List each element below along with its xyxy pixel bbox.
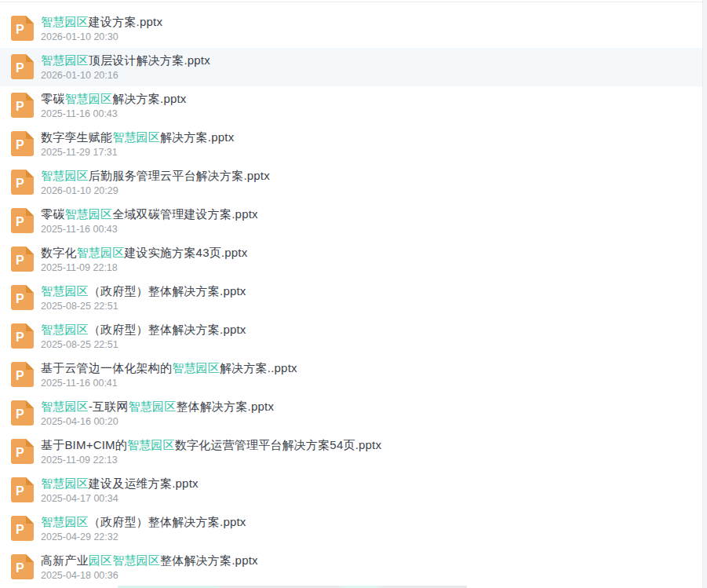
file-timestamp: 2025-04-17 00:34: [41, 492, 199, 505]
pptx-file-icon: P: [11, 16, 34, 41]
title-text: 整体解决方案.pptx: [176, 400, 274, 413]
title-keyword-highlight: 智慧园区: [77, 246, 125, 259]
file-list-item[interactable]: P 数字化智慧园区建设实施方案43页.pptx 2025-11-09 22:18: [0, 240, 702, 279]
pptx-icon-letter: P: [16, 523, 24, 536]
file-title[interactable]: 智慧园区（政府型）整体解决方案.pptx: [41, 514, 246, 530]
file-text-block: 智慧园区建设及运维方案.pptx 2025-04-17 00:34: [41, 476, 199, 505]
title-keyword-highlight: 智慧园区: [129, 400, 177, 413]
file-timestamp: 2025-04-29 22:32: [41, 531, 246, 543]
file-list-item[interactable]: P 零碳智慧园区解决方案.pptx 2025-11-16 00:43: [0, 86, 702, 125]
file-text-block: 数字化智慧园区建设实施方案43页.pptx 2025-11-09 22:18: [41, 245, 247, 274]
file-list-item[interactable]: P 智慧园区-互联网智慧园区整体解决方案.pptx 2025-04-16 00:…: [0, 394, 702, 433]
pptx-file-icon: P: [11, 516, 34, 541]
file-list-item[interactable]: P 智慧园区建设方案.pptx 2026-01-10 20:30: [0, 9, 702, 48]
file-text-block: 基于BIM+CIM的智慧园区数字化运营管理平台解决方案54页.pptx 2025…: [41, 437, 381, 466]
title-text: 全域双碳管理建设方案.pptx: [112, 207, 258, 221]
title-text: 建设实施方案43页.pptx: [124, 246, 247, 259]
file-title[interactable]: 高新产业园区智慧园区整体解决方案.pptx: [41, 553, 258, 568]
title-keyword-highlight: 智慧园区: [41, 284, 89, 298]
file-list-item[interactable]: P 智慧园区（政府型）整体解决方案.pptx 2025-08-25 22:51: [0, 279, 702, 317]
pptx-icon-letter: P: [16, 215, 24, 228]
pptx-icon-letter: P: [16, 138, 24, 152]
file-title[interactable]: 智慧园区建设及运维方案.pptx: [41, 476, 199, 491]
file-title[interactable]: 数字化智慧园区建设实施方案43页.pptx: [41, 245, 247, 261]
pptx-icon-letter: P: [16, 292, 24, 305]
search-results-page: P 智慧园区建设方案.pptx 2026-01-10 20:30 P 智慧园区顶…: [0, 0, 707, 588]
file-timestamp: 2025-08-25 22:51: [41, 300, 246, 312]
title-keyword-highlight: 智慧园区: [41, 323, 89, 336]
file-title[interactable]: 基于BIM+CIM的智慧园区数字化运营管理平台解决方案54页.pptx: [41, 437, 381, 453]
pptx-icon-letter: P: [16, 254, 24, 267]
title-keyword-highlight: 智慧园区: [41, 169, 89, 182]
pptx-file-icon: P: [11, 439, 34, 464]
pptx-file-icon: P: [11, 554, 34, 579]
pptx-icon-letter: P: [16, 407, 24, 421]
pptx-file-icon: P: [11, 208, 34, 233]
file-timestamp: 2026-01-10 20:16: [41, 69, 210, 82]
file-text-block: 数字孪生赋能智慧园区解决方案.pptx 2025-11-29 17:31: [41, 130, 234, 159]
pptx-icon-letter: P: [16, 100, 24, 113]
file-list-item[interactable]: P 零碳智慧园区全域双碳管理建设方案.pptx 2025-11-16 00:43: [0, 202, 702, 240]
file-list-item[interactable]: P 智慧园区顶层设计解决方案.pptx 2026-01-10 20:16: [0, 48, 702, 86]
file-list-item[interactable]: P 高新产业园区智慧园区整体解决方案.pptx 2025-04-18 00:36: [0, 548, 702, 586]
file-title[interactable]: 智慧园区-互联网智慧园区整体解决方案.pptx: [41, 399, 274, 415]
pptx-icon-letter: P: [16, 61, 24, 75]
file-title[interactable]: 智慧园区（政府型）整体解决方案.pptx: [41, 283, 246, 299]
file-text-block: 智慧园区顶层设计解决方案.pptx 2026-01-10 20:16: [41, 53, 210, 82]
file-list-item[interactable]: P 智慧园区建设及运维方案.pptx 2025-04-17 00:34: [0, 471, 702, 509]
pptx-icon-letter: P: [16, 561, 24, 575]
file-list-item[interactable]: P 数字孪生赋能智慧园区解决方案.pptx 2025-11-29 17:31: [0, 125, 702, 163]
file-text-block: 智慧园区（政府型）整体解决方案.pptx 2025-08-25 22:51: [41, 322, 246, 351]
file-list: P 智慧园区建设方案.pptx 2026-01-10 20:30 P 智慧园区顶…: [0, 0, 702, 586]
file-title[interactable]: 智慧园区顶层设计解决方案.pptx: [41, 53, 210, 68]
file-title[interactable]: 基于云管边一体化架构的智慧园区解决方案..pptx: [41, 360, 297, 376]
title-text: （政府型）整体解决方案.pptx: [89, 515, 246, 528]
file-text-block: 智慧园区-互联网智慧园区整体解决方案.pptx 2025-04-16 00:20: [41, 399, 274, 428]
pptx-file-icon: P: [11, 170, 34, 195]
file-text-block: 高新产业园区智慧园区整体解决方案.pptx 2025-04-18 00:36: [41, 553, 258, 582]
file-title[interactable]: 智慧园区后勤服务管理云平台解决方案.pptx: [41, 168, 270, 184]
pptx-file-icon: P: [11, 400, 34, 425]
title-text: 建设方案.pptx: [89, 15, 162, 28]
scrollbar-track[interactable]: [702, 0, 707, 588]
title-keyword-highlight: 智慧园区: [127, 438, 175, 451]
file-text-block: 智慧园区建设方案.pptx 2026-01-10 20:30: [41, 14, 162, 43]
title-text: 整体解决方案.pptx: [160, 553, 258, 567]
title-text: 数字化运营管理平台解决方案54页.pptx: [175, 438, 381, 451]
title-keyword-highlight: 智慧园区: [41, 477, 89, 490]
file-title[interactable]: 数字孪生赋能智慧园区解决方案.pptx: [41, 130, 234, 145]
title-text: 基于云管边一体化架构的: [41, 361, 172, 374]
file-list-item[interactable]: P 智慧园区（政府型）整体解决方案.pptx 2025-08-25 22:51: [0, 317, 702, 356]
title-keyword-highlight: 智慧园区: [41, 400, 89, 413]
file-timestamp: 2025-11-09 22:18: [41, 261, 247, 274]
title-text: 数字孪生赋能: [41, 130, 112, 144]
title-text: 高新产业: [41, 553, 89, 567]
file-list-item[interactable]: P 智慧园区后勤服务管理云平台解决方案.pptx 2026-01-10 20:2…: [0, 163, 702, 202]
title-text: 后勤服务管理云平台解决方案.pptx: [89, 169, 270, 182]
pptx-file-icon: P: [11, 323, 34, 349]
pptx-file-icon: P: [11, 131, 34, 156]
pptx-file-icon: P: [11, 285, 34, 310]
title-keyword-highlight: 智慧园区: [172, 361, 220, 374]
title-text: 建设及运维方案.pptx: [89, 477, 199, 490]
file-list-item[interactable]: P 基于云管边一体化架构的智慧园区解决方案..pptx 2025-11-16 0…: [0, 356, 702, 394]
file-timestamp: 2025-04-16 00:20: [41, 415, 274, 428]
pptx-file-icon: P: [11, 477, 34, 502]
title-text: 数字化: [41, 246, 77, 259]
title-text: 基于BIM+CIM的: [41, 438, 127, 451]
file-list-item[interactable]: P 基于BIM+CIM的智慧园区数字化运营管理平台解决方案54页.pptx 20…: [0, 433, 702, 471]
title-text: 零碳: [41, 207, 64, 221]
file-timestamp: 2025-04-18 00:36: [41, 569, 258, 582]
file-list-item[interactable]: P 智慧园区（政府型）整体解决方案.pptx 2025-04-29 22:32: [0, 509, 702, 548]
pptx-file-icon: P: [11, 362, 34, 387]
title-text: 解决方案.pptx: [160, 130, 234, 144]
file-title[interactable]: 零碳智慧园区解决方案.pptx: [41, 91, 187, 107]
pptx-icon-letter: P: [16, 484, 24, 498]
file-timestamp: 2025-11-16 00:43: [41, 108, 187, 120]
title-text: 零碳: [41, 92, 64, 105]
pptx-file-icon: P: [11, 247, 34, 272]
title-keyword-highlight: 智慧园区: [41, 515, 89, 528]
file-title[interactable]: 智慧园区建设方案.pptx: [41, 14, 162, 30]
file-title[interactable]: 智慧园区（政府型）整体解决方案.pptx: [41, 322, 246, 338]
file-title[interactable]: 零碳智慧园区全域双碳管理建设方案.pptx: [41, 206, 258, 222]
